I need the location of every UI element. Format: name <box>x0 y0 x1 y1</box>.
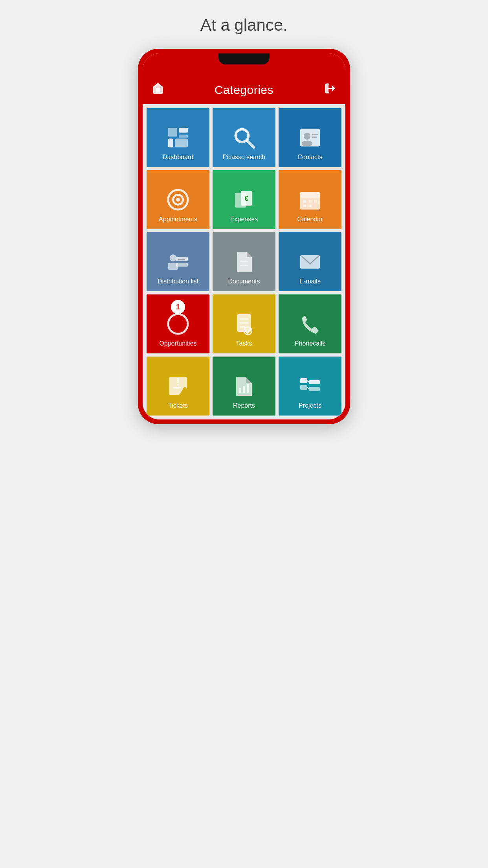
phonecalls-icon <box>298 312 322 336</box>
svg-rect-10 <box>312 134 318 135</box>
grid-item-calendar[interactable]: Calendar <box>279 170 341 229</box>
grid-item-label-tickets: Tickets <box>168 402 188 409</box>
svg-text:€: € <box>244 194 248 202</box>
projects-icon <box>298 374 322 398</box>
grid-item-expenses[interactable]: € Expenses <box>213 170 275 229</box>
grid-item-opportunities[interactable]: 1 Opportunities <box>147 294 209 353</box>
reports-icon <box>232 374 256 398</box>
header-title: Categories <box>215 83 273 97</box>
expenses-icon: € <box>232 188 256 211</box>
contacts-icon <box>298 126 322 149</box>
svg-rect-39 <box>239 388 241 393</box>
svg-rect-45 <box>309 387 320 391</box>
svg-line-46 <box>307 381 309 382</box>
grid-item-label-emails: E-mails <box>299 278 320 285</box>
grid-item-documents[interactable]: Documents <box>213 232 275 291</box>
grid-item-label-appointments: Appointments <box>159 215 197 223</box>
grid-item-distribution-list[interactable]: Distribution list <box>147 232 209 291</box>
phone-frame: Categories Dashboard Picasso search <box>138 49 350 424</box>
svg-line-47 <box>307 388 309 389</box>
grid-item-label-distribution-list: Distribution list <box>158 278 198 285</box>
app-grid: Dashboard Picasso search Contacts Appoin… <box>143 104 345 419</box>
svg-line-7 <box>247 140 254 147</box>
grid-item-label-documents: Documents <box>228 278 260 285</box>
svg-rect-32 <box>240 265 248 266</box>
svg-rect-1 <box>168 128 177 137</box>
grid-item-label-expenses: Expenses <box>230 215 258 223</box>
grid-item-label-calendar: Calendar <box>297 215 323 223</box>
badge-opportunities: 1 <box>171 300 185 314</box>
distribution-icon <box>166 250 190 274</box>
grid-item-label-opportunities: Opportunities <box>159 340 196 347</box>
grid-item-emails[interactable]: E-mails <box>279 232 341 291</box>
appointments-icon <box>166 188 190 211</box>
svg-rect-3 <box>168 138 173 147</box>
svg-rect-22 <box>308 200 312 202</box>
grid-item-phonecalls[interactable]: Phonecalls <box>279 294 341 353</box>
tickets-icon: ! <box>166 374 190 398</box>
grid-item-picasso-search[interactable]: Picasso search <box>213 108 275 167</box>
svg-rect-20 <box>300 192 320 198</box>
logout-icon[interactable] <box>324 83 336 97</box>
grid-item-appointments[interactable]: Appointments <box>147 170 209 229</box>
grid-item-contacts[interactable]: Contacts <box>279 108 341 167</box>
svg-rect-25 <box>308 204 312 207</box>
opportunities-icon <box>166 312 190 336</box>
svg-rect-21 <box>303 200 306 202</box>
svg-rect-44 <box>309 380 320 384</box>
phone-screen: Categories Dashboard Picasso search <box>143 53 345 419</box>
svg-point-9 <box>304 132 311 140</box>
svg-rect-29 <box>178 259 185 260</box>
svg-point-34 <box>168 314 188 334</box>
svg-rect-4 <box>175 138 188 147</box>
svg-rect-2 <box>179 128 188 133</box>
tagline: At a glance. <box>200 16 288 35</box>
search-icon <box>232 126 256 149</box>
notch-bar <box>143 53 345 77</box>
svg-rect-31 <box>240 261 248 262</box>
grid-item-label-picasso-search: Picasso search <box>223 153 266 161</box>
svg-rect-23 <box>314 200 317 202</box>
svg-rect-30 <box>176 263 188 267</box>
svg-rect-42 <box>300 378 307 383</box>
svg-rect-37 <box>173 387 181 388</box>
dashboard-icon <box>166 126 190 149</box>
documents-icon <box>232 250 256 274</box>
emails-icon <box>298 250 322 274</box>
svg-point-26 <box>170 254 177 261</box>
svg-rect-11 <box>312 136 317 138</box>
grid-item-dashboard[interactable]: Dashboard <box>147 108 209 167</box>
svg-rect-5 <box>179 134 188 138</box>
calendar-icon <box>298 188 322 211</box>
tasks-icon <box>232 312 256 336</box>
svg-rect-43 <box>300 385 307 390</box>
grid-item-label-tasks: Tasks <box>236 340 252 347</box>
grid-item-projects[interactable]: Projects <box>279 357 341 416</box>
svg-point-15 <box>176 198 180 202</box>
notch <box>218 53 270 64</box>
grid-item-label-contacts: Contacts <box>297 153 322 161</box>
svg-rect-24 <box>303 204 306 207</box>
svg-rect-40 <box>243 386 245 393</box>
grid-item-label-phonecalls: Phonecalls <box>295 340 325 347</box>
grid-item-label-dashboard: Dashboard <box>163 153 193 161</box>
grid-item-reports[interactable]: Reports <box>213 357 275 416</box>
svg-rect-41 <box>247 384 249 393</box>
svg-point-12 <box>302 140 313 146</box>
svg-text:!: ! <box>176 376 180 387</box>
grid-item-tasks[interactable]: Tasks <box>213 294 275 353</box>
grid-item-label-reports: Reports <box>233 402 255 409</box>
app-header: Categories <box>143 77 345 104</box>
grid-item-tickets[interactable]: ! Tickets <box>147 357 209 416</box>
grid-item-label-projects: Projects <box>299 402 321 409</box>
home-icon[interactable] <box>152 83 164 97</box>
